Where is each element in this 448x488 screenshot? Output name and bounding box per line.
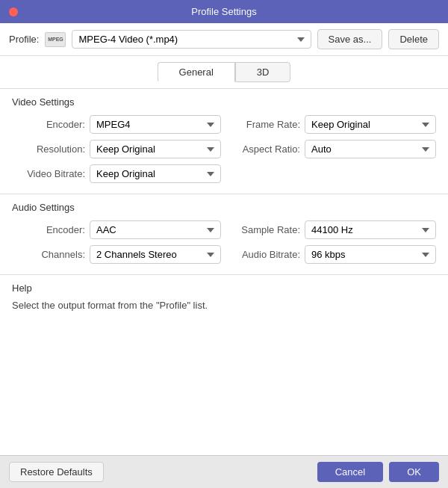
video-settings-section: Video Settings Encoder: MPEG4 Frame Rate… — [0, 89, 448, 194]
help-title: Help — [12, 282, 436, 294]
profile-select[interactable]: MPEG-4 Video (*.mp4) — [72, 30, 311, 49]
ok-button[interactable]: OK — [389, 462, 439, 482]
sample-rate-label: Sample Rate: — [233, 224, 300, 235]
bottom-right-buttons: Cancel OK — [317, 462, 439, 482]
encoder-select[interactable]: MPEG4 — [90, 115, 221, 134]
frame-rate-select[interactable]: Keep Original — [305, 115, 436, 134]
restore-defaults-button[interactable]: Restore Defaults — [9, 462, 104, 482]
help-section: Help Select the output format from the "… — [0, 275, 448, 321]
delete-button[interactable]: Delete — [388, 29, 439, 49]
tab-3d[interactable]: 3D — [235, 62, 291, 82]
audio-settings-title: Audio Settings — [12, 202, 436, 213]
resolution-select[interactable]: Keep Original — [90, 140, 221, 158]
frame-rate-label: Frame Rate: — [233, 119, 300, 130]
sample-rate-select[interactable]: 44100 Hz — [305, 220, 436, 239]
video-bitrate-label: Video Bitrate: — [18, 168, 85, 179]
aspect-ratio-select[interactable]: Auto — [305, 140, 436, 158]
audio-bitrate-row: Audio Bitrate: 96 kbps — [233, 245, 436, 264]
audio-encoder-select[interactable]: AAC — [90, 220, 221, 239]
audio-settings-section: Audio Settings Encoder: AAC Sample Rate:… — [0, 194, 448, 275]
resolution-row: Resolution: Keep Original — [18, 140, 221, 158]
profile-label: Profile: — [9, 34, 39, 45]
tab-general[interactable]: General — [158, 62, 235, 82]
tabs-row: General 3D — [0, 56, 448, 89]
aspect-ratio-label: Aspect Ratio: — [233, 143, 300, 155]
aspect-ratio-row: Aspect Ratio: Auto — [233, 140, 436, 158]
window-title: Profile Settings — [191, 6, 256, 17]
profile-icon: MPEG — [45, 32, 66, 47]
resolution-label: Resolution: — [18, 143, 85, 155]
save-as-button[interactable]: Save as... — [317, 29, 383, 49]
help-text: Select the output format from the "Profi… — [12, 300, 436, 311]
frame-rate-row: Frame Rate: Keep Original — [233, 115, 436, 134]
bottom-bar: Restore Defaults Cancel OK — [0, 455, 448, 488]
video-bitrate-select[interactable]: Keep Original — [90, 164, 221, 183]
audio-bitrate-select[interactable]: 96 kbps — [305, 245, 436, 264]
audio-settings-fields: Encoder: AAC Sample Rate: 44100 Hz Chann… — [12, 220, 436, 264]
close-button[interactable] — [9, 7, 18, 16]
encoder-label: Encoder: — [18, 119, 85, 130]
profile-row: Profile: MPEG MPEG-4 Video (*.mp4) Save … — [0, 23, 448, 56]
channels-label: Channels: — [18, 249, 85, 260]
encoder-row: Encoder: MPEG4 — [18, 115, 221, 134]
main-content: Video Settings Encoder: MPEG4 Frame Rate… — [0, 89, 448, 455]
video-bitrate-row: Video Bitrate: Keep Original — [18, 164, 221, 183]
channels-row: Channels: 2 Channels Stereo — [18, 245, 221, 264]
channels-select[interactable]: 2 Channels Stereo — [90, 245, 221, 264]
cancel-button[interactable]: Cancel — [317, 462, 383, 482]
audio-bitrate-label: Audio Bitrate: — [233, 249, 300, 260]
video-settings-fields: Encoder: MPEG4 Frame Rate: Keep Original… — [12, 115, 436, 183]
video-settings-title: Video Settings — [12, 96, 436, 108]
audio-encoder-label: Encoder: — [18, 224, 85, 235]
audio-encoder-row: Encoder: AAC — [18, 220, 221, 239]
sample-rate-row: Sample Rate: 44100 Hz — [233, 220, 436, 239]
title-bar: Profile Settings — [0, 0, 448, 23]
